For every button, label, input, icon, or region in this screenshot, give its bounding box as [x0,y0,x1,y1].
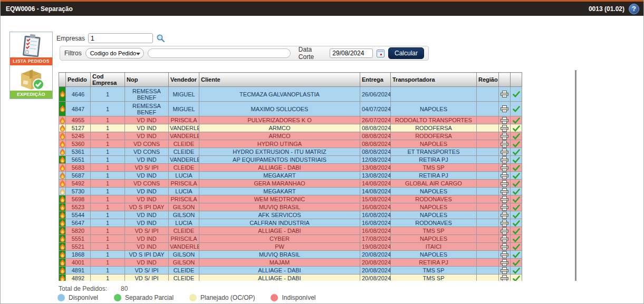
confirm-button[interactable] [511,251,522,259]
filter-value-input[interactable] [148,48,291,58]
confirm-button[interactable] [511,267,522,274]
table-row[interactable]: 53611VD CONSCLEIDEHYDRO EXTRUSION - ITU … [59,148,522,156]
confirm-button[interactable] [511,211,522,219]
confirm-button[interactable] [511,87,522,102]
col-entrega[interactable]: Entrega [360,73,391,87]
confirm-button[interactable] [511,172,522,180]
print-button[interactable] [499,148,511,156]
col-cod-empresa[interactable]: Cod Empresa [91,73,125,87]
table-row[interactable]: 55211VD INDVANDERLEIPW19/08/2024ITAICI [59,243,522,251]
priority-flame-cell [59,124,66,132]
col-vendedor[interactable]: Vendedor [169,73,199,87]
confirm-button[interactable] [511,102,522,116]
clipboard-checklist-icon [10,32,52,57]
table-row[interactable]: 48911VD S/ IPICLEIDEALLIAGE - DABI20/08/… [59,267,522,274]
panel-divider[interactable] [575,70,576,281]
table-row[interactable]: 54921VD CONSPRISCILAGERA MARANHAO14/08/2… [59,180,522,188]
table-row[interactable]: 57301VD INDLUCIAMEGAKART14/08/2024NAPOLE… [59,188,522,195]
print-button[interactable] [499,132,511,140]
print-button[interactable] [499,172,511,180]
confirm-button[interactable] [511,235,522,243]
cell-vendedor: VANDERLEI [169,132,199,140]
print-button[interactable] [499,87,511,102]
table-row[interactable]: 52451VD INDVANDERLEIARMCO08/08/2024RODOF… [59,132,522,140]
table-row[interactable]: 18681VD S IPI DAYGILSONMUVIQ BRASIL20/08… [59,251,522,259]
print-button[interactable] [499,259,511,267]
print-button[interactable] [499,156,511,164]
confirm-button[interactable] [511,116,522,124]
confirm-button[interactable] [511,132,522,140]
cell-cod-empresa: 1 [91,140,125,148]
table-row[interactable]: 55441VD INDGILSONAFK SERVICOS16/08/2024N… [59,211,522,219]
table-row[interactable]: 56471VD INDLUCIACALFRAN INDUSTRIA16/08/2… [59,219,522,227]
confirm-button[interactable] [511,188,522,195]
print-button[interactable] [499,219,511,227]
cell-regiao [477,140,499,148]
cell-entrega: 04/07/2024 [360,102,391,116]
col-cliente[interactable]: Cliente [199,73,360,87]
print-button[interactable] [499,164,511,172]
confirm-button[interactable] [511,243,522,251]
confirm-button[interactable] [511,140,522,148]
confirm-button[interactable] [511,227,522,235]
print-button[interactable] [499,180,511,188]
table-row[interactable]: 56831VD S/ IPICLEIDEALLIAGE - DABI13/08/… [59,164,522,172]
confirm-button[interactable] [511,164,522,172]
table-row[interactable]: 56871VD INDLUCIAMEGAKART13/08/2024RETIRA… [59,172,522,180]
print-button[interactable] [499,124,511,132]
print-button[interactable] [499,227,511,235]
confirm-button[interactable] [511,195,522,203]
table-row[interactable]: 53601VD CONSCLEIDEHYDRO UTINGA08/08/2024… [59,140,522,148]
print-button[interactable] [499,211,511,219]
check-icon [513,91,520,97]
cell-regiao [477,87,499,102]
printer-icon [501,220,508,227]
table-row[interactable]: 55231VD S IPI DAYGILSONMUVIQ BRASIL16/08… [59,203,522,211]
empresas-input[interactable] [88,33,153,43]
printer-icon [501,267,508,274]
col-nop[interactable]: Nop [125,73,169,87]
print-button[interactable] [499,274,511,281]
print-button[interactable] [499,203,511,211]
confirm-button[interactable] [511,148,522,156]
confirm-button[interactable] [511,219,522,227]
table-row[interactable]: 56981VD INDPRISCILAWEM MEDTRONIC15/08/20… [59,195,522,203]
table-row[interactable]: 46461REMESSA BENEFMIGUELTECMAZA GALVANOP… [59,87,522,102]
cell-cliente: MEGAKART [199,188,360,195]
print-button[interactable] [499,188,511,195]
search-icon[interactable] [156,34,165,43]
print-button[interactable] [499,251,511,259]
table-row[interactable]: 51271VD INDVANDERLEIARMCO08/08/2024RODOF… [59,124,522,132]
print-button[interactable] [499,195,511,203]
print-button[interactable] [499,116,511,124]
help-icon[interactable]: ? [629,4,639,14]
table-row[interactable]: 58201VD S/ IPICLEIDEALLIAGE - DABI16/08/… [59,227,522,235]
calendar-icon[interactable] [377,50,385,57]
calcular-button[interactable]: Calcular [388,47,424,59]
filter-type-select[interactable]: Codigo do Pedido [85,48,144,58]
confirm-button[interactable] [511,274,522,281]
print-button[interactable] [499,140,511,148]
table-row[interactable]: 56511VD INDVANDERLEIAP EQUIPAMENTOS INDU… [59,156,522,164]
table-row[interactable]: 49551VD INDPRISCILAPULVERIZADORES K O26/… [59,116,522,124]
confirm-button[interactable] [511,156,522,164]
confirm-button[interactable] [511,180,522,188]
print-button[interactable] [499,102,511,116]
print-button[interactable] [499,243,511,251]
table-row[interactable]: 48921VD S/ IPICLEIDEALLIAGE - DABI20/08/… [59,274,522,281]
confirm-button[interactable] [511,124,522,132]
col-regiao[interactable]: Região [477,73,499,87]
print-button[interactable] [499,267,511,274]
sidebar-item-expedicao[interactable]: EXPEDIÇÃO [10,65,52,99]
confirm-button[interactable] [511,259,522,267]
table-row[interactable]: 40011VD INDGILSONMAJAM20/08/2024RETIRA P… [59,259,522,267]
cell-cod-empresa: 1 [91,235,125,243]
table-row[interactable]: 55511VD INDPRISCILACYBER17/08/2024NAPOLE… [59,235,522,243]
table-row[interactable]: 48471REMESSA BENEFMIGUELMAXIMO SOLUCOES0… [59,102,522,116]
col-transportadora[interactable]: Transportadora [391,73,477,87]
sidebar-item-lista-pedidos[interactable]: LISTA PEDIDOS [10,32,52,65]
print-button[interactable] [499,235,511,243]
data-corte-input[interactable] [330,48,373,58]
col-pedido[interactable]: Pedido [66,73,91,87]
confirm-button[interactable] [511,203,522,211]
